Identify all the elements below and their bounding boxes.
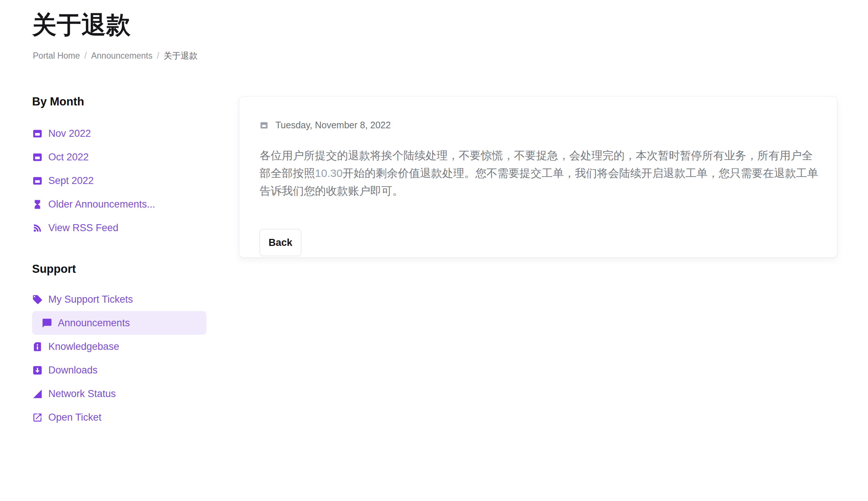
breadcrumb-current: 关于退款 [164, 50, 198, 62]
announcement-body-text: 开始的剩余价值退款处理。您不需要提交工单，我们将会陆续开启退款工单，您只需要在退… [260, 167, 818, 197]
by-month-list: Nov 2022 Oct 2022 Sept 2022 Older Announ… [32, 122, 206, 240]
sidebar-item-open-ticket[interactable]: Open Ticket [32, 406, 206, 429]
breadcrumb-separator: / [84, 51, 87, 61]
tag-icon [32, 294, 43, 305]
page-title: 关于退款 [32, 11, 131, 39]
breadcrumb-portal-home[interactable]: Portal Home [33, 51, 80, 61]
sidebar-item-downloads[interactable]: Downloads [32, 358, 206, 382]
sidebar-item-label: Open Ticket [48, 412, 101, 423]
calendar-icon [260, 121, 268, 130]
external-link-icon [32, 412, 43, 423]
announcement-body: 各位用户所提交的退款将挨个陆续处理，不要惊慌，不要捉急，会处理完的，本次暂时暂停… [260, 147, 820, 200]
announcement-body-number: 10.30 [315, 167, 343, 179]
back-button[interactable]: Back [260, 229, 301, 256]
sidebar-item-label: Downloads [48, 365, 98, 376]
sidebar-item-knowledgebase[interactable]: Knowledgebase [32, 335, 206, 358]
sidebar-item-announcements-active[interactable]: Announcements [32, 311, 206, 335]
calendar-icon [32, 175, 43, 186]
sidebar-item-label: View RSS Feed [48, 222, 118, 234]
download-icon [32, 365, 43, 376]
sidebar-item-older-announcements[interactable]: Older Announcements... [32, 192, 206, 216]
announcement-date: Tuesday, November 8, 2022 [275, 120, 391, 131]
calendar-icon [32, 152, 43, 163]
breadcrumb: Portal Home / Announcements / 关于退款 [33, 50, 198, 62]
support-heading: Support [32, 262, 76, 276]
breadcrumb-separator: / [157, 51, 159, 61]
sidebar-item-label: Nov 2022 [48, 128, 91, 139]
document-info-icon [32, 341, 43, 352]
sidebar-item-label: Announcements [58, 317, 130, 329]
announcement-date-row: Tuesday, November 8, 2022 [260, 120, 818, 131]
sidebar-item-label: My Support Tickets [48, 294, 133, 305]
sidebar-item-nov-2022[interactable]: Nov 2022 [32, 122, 206, 145]
sidebar-item-view-rss-feed[interactable]: View RSS Feed [32, 216, 206, 240]
by-month-heading: By Month [32, 95, 84, 108]
announcement-card: Tuesday, November 8, 2022 各位用户所提交的退款将挨个陆… [239, 96, 837, 258]
sidebar-item-oct-2022[interactable]: Oct 2022 [32, 145, 206, 169]
hourglass-icon [32, 199, 43, 210]
sidebar-item-label: Network Status [48, 388, 116, 400]
sidebar-item-label: Knowledgebase [48, 341, 119, 352]
rss-icon [32, 223, 43, 233]
chat-bubble-icon [42, 318, 52, 328]
support-list: My Support Tickets Announcements Knowled… [32, 288, 206, 429]
sidebar-item-sept-2022[interactable]: Sept 2022 [32, 169, 206, 192]
calendar-icon [32, 128, 43, 139]
sidebar-item-label: Older Announcements... [48, 199, 155, 210]
signal-icon [32, 389, 43, 399]
breadcrumb-announcements[interactable]: Announcements [91, 51, 152, 61]
sidebar-item-label: Sept 2022 [48, 175, 94, 187]
sidebar-item-label: Oct 2022 [48, 152, 89, 163]
sidebar-item-network-status[interactable]: Network Status [32, 382, 206, 406]
sidebar-item-my-support-tickets[interactable]: My Support Tickets [32, 288, 206, 311]
